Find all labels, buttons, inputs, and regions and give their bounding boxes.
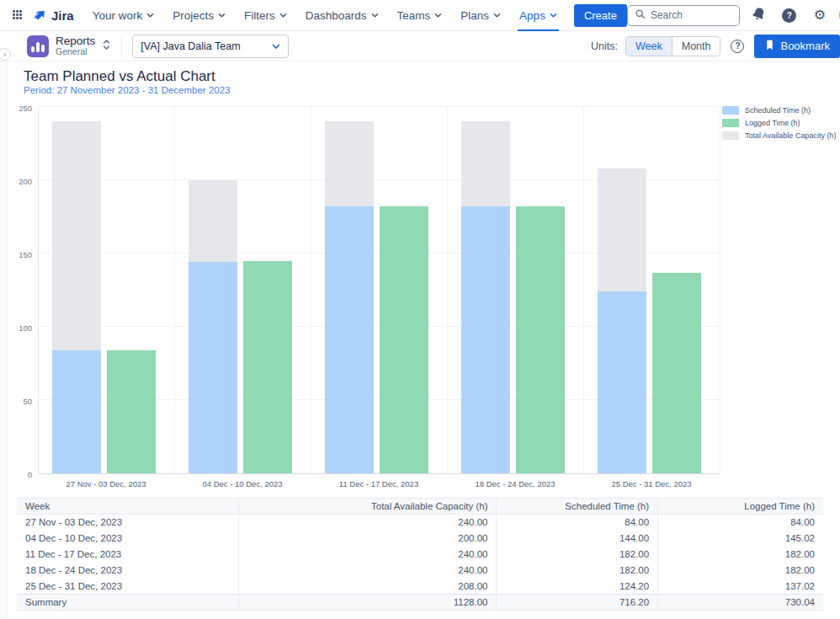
chart-legend: Scheduled Time (h)Logged Time (h)Total A… xyxy=(722,106,836,140)
y-tick-label: 200 xyxy=(0,177,32,186)
table-column-header: Total Available Capacity (h) xyxy=(238,499,497,515)
unit-option-month[interactable]: Month xyxy=(673,37,720,56)
scheduled-bar[interactable] xyxy=(52,350,101,473)
grid-icon xyxy=(13,10,23,20)
app-switcher-button[interactable] xyxy=(7,4,29,26)
chevron-up-down-icon xyxy=(102,38,111,55)
legend-label: Total Available Capacity (h) xyxy=(745,131,836,140)
left-rail xyxy=(0,61,8,619)
nav-item-teams[interactable]: Teams xyxy=(391,6,449,25)
legend-swatch xyxy=(722,106,739,115)
value-cell: 124.20 xyxy=(497,579,658,595)
value-cell: 84.00 xyxy=(658,515,823,531)
period-subtitle: Period: 27 November 2023 - 31 December 2… xyxy=(24,85,230,95)
bell-icon xyxy=(752,7,766,24)
legend-label: Scheduled Time (h) xyxy=(745,106,811,115)
nav-item-filters[interactable]: Filters xyxy=(237,6,294,25)
help-button[interactable]: ? xyxy=(779,4,800,26)
bar-icon xyxy=(41,45,45,52)
jira-logo[interactable]: Jira xyxy=(32,6,74,25)
week-cell: 11 Dec - 17 Dec, 2023 xyxy=(17,547,238,563)
table-summary-row: Summary1128.00716.20730.04 xyxy=(17,595,823,611)
chevron-down-icon xyxy=(434,13,442,19)
jira-logo-icon xyxy=(32,6,48,25)
legend-swatch xyxy=(722,131,739,140)
chevron-down-icon xyxy=(218,13,226,19)
logged-bar[interactable] xyxy=(516,206,565,473)
search-input[interactable] xyxy=(651,9,732,21)
y-tick-label: 100 xyxy=(0,323,32,333)
summary-table: WeekTotal Available Capacity (h)Schedule… xyxy=(17,498,823,611)
gridline xyxy=(39,106,720,107)
reports-subtitle: General xyxy=(56,47,95,56)
scheduled-bar[interactable] xyxy=(461,206,510,473)
nav-item-your-work[interactable]: Your work xyxy=(86,6,162,25)
legend-item[interactable]: Scheduled Time (h) xyxy=(722,106,836,115)
nav-item-label: Dashboards xyxy=(306,9,367,22)
reports-title-block: Reports General xyxy=(56,35,95,56)
team-selector-value: [VA] Java Dalia Team xyxy=(141,40,240,52)
value-cell: 144.00 xyxy=(497,531,658,547)
table-row: 18 Dec - 24 Dec, 2023240.00182.00182.00 xyxy=(17,563,823,579)
table-header-row: WeekTotal Available Capacity (h)Schedule… xyxy=(17,499,823,515)
scheduled-bar[interactable] xyxy=(598,291,646,473)
summary-value-cell: 730.04 xyxy=(658,595,823,611)
logged-bar[interactable] xyxy=(107,350,156,473)
gridline xyxy=(720,108,720,473)
bar-chart-plot xyxy=(38,108,720,474)
x-tick-label: 18 Dec - 24 Dec, 2023 xyxy=(447,479,583,488)
nav-item-label: Apps xyxy=(519,9,545,22)
nav-item-label: Filters xyxy=(244,9,275,22)
table-row: 25 Dec - 31 Dec, 2023208.00124.20137.02 xyxy=(17,579,823,595)
value-cell: 182.00 xyxy=(497,563,658,579)
report-switcher-button[interactable] xyxy=(102,38,111,55)
notifications-button[interactable] xyxy=(748,4,770,26)
scheduled-bar[interactable] xyxy=(325,206,374,473)
legend-swatch xyxy=(722,119,739,127)
gridline xyxy=(583,108,584,473)
y-tick-label: 150 xyxy=(0,250,32,259)
gridline xyxy=(311,108,311,473)
summary-value-cell: 1128.00 xyxy=(238,595,497,611)
nav-item-label: Teams xyxy=(397,9,431,22)
value-cell: 240.00 xyxy=(238,515,497,531)
nav-item-label: Projects xyxy=(173,9,214,22)
logged-bar[interactable] xyxy=(380,206,428,473)
legend-label: Logged Time (h) xyxy=(745,119,800,127)
value-cell: 240.00 xyxy=(238,547,497,563)
settings-button[interactable]: ⚙ xyxy=(809,4,831,26)
summary-label-cell: Summary xyxy=(17,595,238,611)
nav-item-projects[interactable]: Projects xyxy=(166,6,232,25)
team-selector[interactable]: [VA] Java Dalia Team xyxy=(132,35,289,58)
primary-menu: Your workProjectsFiltersDashboardsTeamsP… xyxy=(86,6,569,25)
logged-bar[interactable] xyxy=(652,273,701,473)
bar-icon xyxy=(36,42,40,52)
units-label: Units: xyxy=(591,40,618,52)
nav-item-dashboards[interactable]: Dashboards xyxy=(299,6,385,25)
divider xyxy=(121,35,122,57)
search-box[interactable] xyxy=(627,5,740,26)
unit-option-week[interactable]: Week xyxy=(626,37,673,56)
legend-item[interactable]: Total Available Capacity (h) xyxy=(722,131,836,140)
gridline xyxy=(174,108,175,473)
legend-item[interactable]: Logged Time (h) xyxy=(722,119,836,127)
chevron-down-icon xyxy=(146,13,154,19)
logged-bar[interactable] xyxy=(243,261,292,473)
page-root: Jira Your workProjectsFiltersDashboardsT… xyxy=(0,0,840,619)
units-help-icon[interactable]: ? xyxy=(731,40,744,53)
nav-item-plans[interactable]: Plans xyxy=(454,6,508,25)
week-cell: 04 Dec - 10 Dec, 2023 xyxy=(17,531,238,547)
bookmark-button[interactable]: Bookmark xyxy=(754,35,840,58)
y-tick-label: 50 xyxy=(0,397,32,406)
bookmark-label: Bookmark xyxy=(780,40,830,52)
scheduled-bar[interactable] xyxy=(189,262,237,473)
chevron-down-icon xyxy=(493,13,501,19)
table-column-header: Logged Time (h) xyxy=(658,499,823,515)
gridline xyxy=(447,108,448,473)
reports-title: Reports xyxy=(56,35,95,47)
gear-icon: ⚙ xyxy=(814,8,826,22)
create-button[interactable]: Create xyxy=(574,4,627,27)
nav-item-apps[interactable]: Apps xyxy=(513,6,564,25)
x-tick-label: 11 Dec - 17 Dec, 2023 xyxy=(311,479,447,488)
x-tick-label: 04 Dec - 10 Dec, 2023 xyxy=(174,479,311,488)
